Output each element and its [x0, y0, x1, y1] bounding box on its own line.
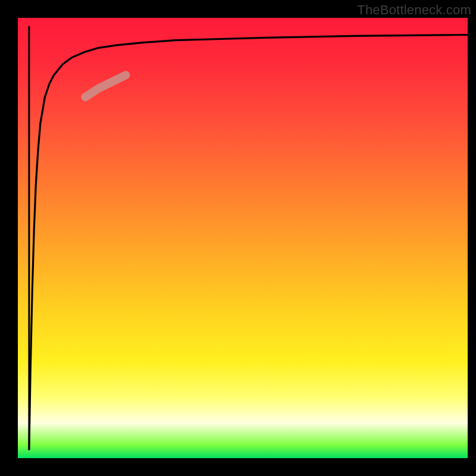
watermark-text: TheBottleneck.com — [357, 2, 471, 18]
chart-frame: TheBottleneck.com — [0, 0, 476, 476]
plot-area — [18, 18, 468, 458]
